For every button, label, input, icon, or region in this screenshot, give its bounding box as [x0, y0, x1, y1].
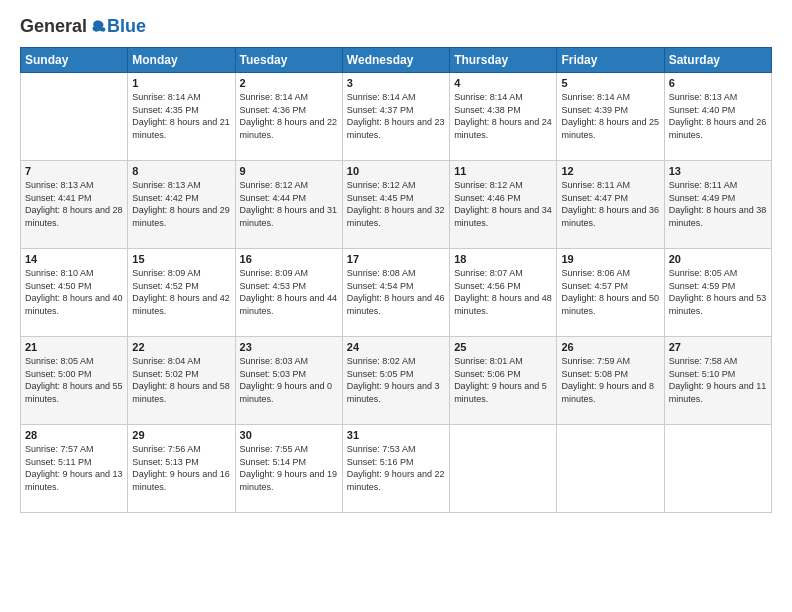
day-info: Sunrise: 8:10 AMSunset: 4:50 PMDaylight:… [25, 267, 123, 317]
calendar-cell: 19Sunrise: 8:06 AMSunset: 4:57 PMDayligh… [557, 249, 664, 337]
day-number: 25 [454, 341, 552, 353]
calendar-cell: 23Sunrise: 8:03 AMSunset: 5:03 PMDayligh… [235, 337, 342, 425]
day-info: Sunrise: 8:14 AMSunset: 4:37 PMDaylight:… [347, 91, 445, 141]
day-number: 30 [240, 429, 338, 441]
day-info: Sunrise: 8:07 AMSunset: 4:56 PMDaylight:… [454, 267, 552, 317]
day-info: Sunrise: 8:05 AMSunset: 5:00 PMDaylight:… [25, 355, 123, 405]
header: GeneralBlue [20, 16, 772, 37]
calendar-cell: 5Sunrise: 8:14 AMSunset: 4:39 PMDaylight… [557, 73, 664, 161]
day-number: 23 [240, 341, 338, 353]
day-info: Sunrise: 8:09 AMSunset: 4:53 PMDaylight:… [240, 267, 338, 317]
logo-bird-icon [89, 18, 107, 36]
calendar-week-row: 14Sunrise: 8:10 AMSunset: 4:50 PMDayligh… [21, 249, 772, 337]
calendar-cell: 2Sunrise: 8:14 AMSunset: 4:36 PMDaylight… [235, 73, 342, 161]
calendar-cell: 15Sunrise: 8:09 AMSunset: 4:52 PMDayligh… [128, 249, 235, 337]
page: GeneralBlue SundayMondayTuesdayWednesday… [0, 0, 792, 612]
weekday-header-saturday: Saturday [664, 48, 771, 73]
calendar-cell [664, 425, 771, 513]
calendar-week-row: 21Sunrise: 8:05 AMSunset: 5:00 PMDayligh… [21, 337, 772, 425]
weekday-header-tuesday: Tuesday [235, 48, 342, 73]
calendar-cell: 26Sunrise: 7:59 AMSunset: 5:08 PMDayligh… [557, 337, 664, 425]
calendar-cell: 7Sunrise: 8:13 AMSunset: 4:41 PMDaylight… [21, 161, 128, 249]
calendar-cell: 3Sunrise: 8:14 AMSunset: 4:37 PMDaylight… [342, 73, 449, 161]
logo-general-text: General [20, 16, 87, 37]
day-number: 17 [347, 253, 445, 265]
day-info: Sunrise: 7:57 AMSunset: 5:11 PMDaylight:… [25, 443, 123, 493]
day-number: 16 [240, 253, 338, 265]
day-number: 13 [669, 165, 767, 177]
day-info: Sunrise: 8:09 AMSunset: 4:52 PMDaylight:… [132, 267, 230, 317]
day-info: Sunrise: 8:04 AMSunset: 5:02 PMDaylight:… [132, 355, 230, 405]
day-info: Sunrise: 8:02 AMSunset: 5:05 PMDaylight:… [347, 355, 445, 405]
weekday-header-sunday: Sunday [21, 48, 128, 73]
day-info: Sunrise: 8:05 AMSunset: 4:59 PMDaylight:… [669, 267, 767, 317]
day-number: 31 [347, 429, 445, 441]
day-number: 8 [132, 165, 230, 177]
day-info: Sunrise: 8:12 AMSunset: 4:46 PMDaylight:… [454, 179, 552, 229]
day-info: Sunrise: 8:12 AMSunset: 4:44 PMDaylight:… [240, 179, 338, 229]
day-info: Sunrise: 8:11 AMSunset: 4:47 PMDaylight:… [561, 179, 659, 229]
day-info: Sunrise: 8:01 AMSunset: 5:06 PMDaylight:… [454, 355, 552, 405]
calendar-cell: 25Sunrise: 8:01 AMSunset: 5:06 PMDayligh… [450, 337, 557, 425]
calendar-cell: 1Sunrise: 8:14 AMSunset: 4:35 PMDaylight… [128, 73, 235, 161]
day-info: Sunrise: 8:08 AMSunset: 4:54 PMDaylight:… [347, 267, 445, 317]
calendar-cell: 21Sunrise: 8:05 AMSunset: 5:00 PMDayligh… [21, 337, 128, 425]
day-number: 24 [347, 341, 445, 353]
day-number: 12 [561, 165, 659, 177]
day-info: Sunrise: 7:56 AMSunset: 5:13 PMDaylight:… [132, 443, 230, 493]
weekday-header-thursday: Thursday [450, 48, 557, 73]
day-number: 6 [669, 77, 767, 89]
weekday-header-monday: Monday [128, 48, 235, 73]
calendar-week-row: 1Sunrise: 8:14 AMSunset: 4:35 PMDaylight… [21, 73, 772, 161]
weekday-header-friday: Friday [557, 48, 664, 73]
day-info: Sunrise: 8:14 AMSunset: 4:39 PMDaylight:… [561, 91, 659, 141]
calendar-week-row: 28Sunrise: 7:57 AMSunset: 5:11 PMDayligh… [21, 425, 772, 513]
calendar-cell: 18Sunrise: 8:07 AMSunset: 4:56 PMDayligh… [450, 249, 557, 337]
day-number: 20 [669, 253, 767, 265]
calendar-cell: 22Sunrise: 8:04 AMSunset: 5:02 PMDayligh… [128, 337, 235, 425]
day-info: Sunrise: 7:53 AMSunset: 5:16 PMDaylight:… [347, 443, 445, 493]
calendar-cell: 6Sunrise: 8:13 AMSunset: 4:40 PMDaylight… [664, 73, 771, 161]
calendar-cell: 14Sunrise: 8:10 AMSunset: 4:50 PMDayligh… [21, 249, 128, 337]
day-info: Sunrise: 7:55 AMSunset: 5:14 PMDaylight:… [240, 443, 338, 493]
calendar-cell: 31Sunrise: 7:53 AMSunset: 5:16 PMDayligh… [342, 425, 449, 513]
calendar-cell [450, 425, 557, 513]
day-info: Sunrise: 8:14 AMSunset: 4:38 PMDaylight:… [454, 91, 552, 141]
day-number: 18 [454, 253, 552, 265]
calendar-cell: 16Sunrise: 8:09 AMSunset: 4:53 PMDayligh… [235, 249, 342, 337]
logo-blue-text: Blue [107, 16, 146, 37]
day-number: 15 [132, 253, 230, 265]
day-info: Sunrise: 7:58 AMSunset: 5:10 PMDaylight:… [669, 355, 767, 405]
day-number: 26 [561, 341, 659, 353]
day-info: Sunrise: 8:14 AMSunset: 4:35 PMDaylight:… [132, 91, 230, 141]
calendar-week-row: 7Sunrise: 8:13 AMSunset: 4:41 PMDaylight… [21, 161, 772, 249]
calendar-table: SundayMondayTuesdayWednesdayThursdayFrid… [20, 47, 772, 513]
calendar-cell: 9Sunrise: 8:12 AMSunset: 4:44 PMDaylight… [235, 161, 342, 249]
calendar-cell: 29Sunrise: 7:56 AMSunset: 5:13 PMDayligh… [128, 425, 235, 513]
day-info: Sunrise: 8:06 AMSunset: 4:57 PMDaylight:… [561, 267, 659, 317]
day-info: Sunrise: 8:12 AMSunset: 4:45 PMDaylight:… [347, 179, 445, 229]
calendar-cell: 4Sunrise: 8:14 AMSunset: 4:38 PMDaylight… [450, 73, 557, 161]
day-number: 22 [132, 341, 230, 353]
calendar-cell: 24Sunrise: 8:02 AMSunset: 5:05 PMDayligh… [342, 337, 449, 425]
day-info: Sunrise: 8:13 AMSunset: 4:41 PMDaylight:… [25, 179, 123, 229]
calendar-cell: 28Sunrise: 7:57 AMSunset: 5:11 PMDayligh… [21, 425, 128, 513]
day-number: 14 [25, 253, 123, 265]
day-number: 3 [347, 77, 445, 89]
day-info: Sunrise: 8:13 AMSunset: 4:40 PMDaylight:… [669, 91, 767, 141]
day-info: Sunrise: 8:03 AMSunset: 5:03 PMDaylight:… [240, 355, 338, 405]
weekday-header-row: SundayMondayTuesdayWednesdayThursdayFrid… [21, 48, 772, 73]
day-info: Sunrise: 7:59 AMSunset: 5:08 PMDaylight:… [561, 355, 659, 405]
day-number: 1 [132, 77, 230, 89]
calendar-cell [21, 73, 128, 161]
calendar-cell: 27Sunrise: 7:58 AMSunset: 5:10 PMDayligh… [664, 337, 771, 425]
day-info: Sunrise: 8:13 AMSunset: 4:42 PMDaylight:… [132, 179, 230, 229]
day-number: 11 [454, 165, 552, 177]
logo: GeneralBlue [20, 16, 146, 37]
day-number: 5 [561, 77, 659, 89]
day-number: 4 [454, 77, 552, 89]
day-number: 2 [240, 77, 338, 89]
calendar-cell: 11Sunrise: 8:12 AMSunset: 4:46 PMDayligh… [450, 161, 557, 249]
weekday-header-wednesday: Wednesday [342, 48, 449, 73]
day-number: 28 [25, 429, 123, 441]
